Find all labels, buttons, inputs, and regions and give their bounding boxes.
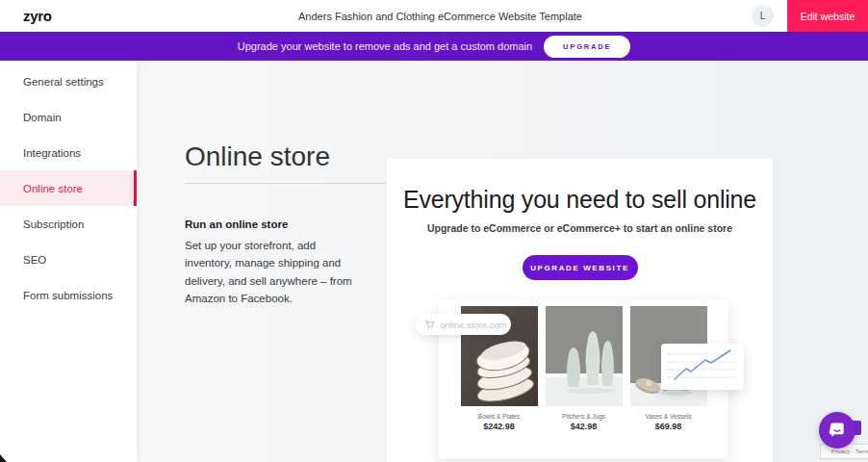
banner-text: Upgrade your website to remove ads and g… bbox=[238, 40, 532, 52]
recaptcha-badge-text: Privacy - Terms bbox=[831, 449, 868, 454]
chat-launcher-button[interactable] bbox=[819, 412, 855, 449]
page-title: Online store bbox=[185, 141, 330, 172]
chat-smile-icon bbox=[828, 421, 847, 440]
pitchers-product-image bbox=[546, 306, 623, 406]
sidebar-item-form-submissions[interactable]: Form submissions bbox=[0, 277, 137, 313]
trend-line-chart-icon bbox=[661, 344, 744, 390]
section-description: Set up your storefront, add inventory, m… bbox=[185, 237, 358, 308]
sidebar-item-general-settings[interactable]: General settings bbox=[0, 64, 137, 99]
product-price: $242.98 bbox=[461, 422, 538, 431]
product-name: Vases & Vessels bbox=[630, 413, 707, 420]
sales-trend-card bbox=[661, 344, 744, 390]
card-subheading: Upgrade to eCommerce or eCommerce+ to st… bbox=[387, 222, 773, 234]
product-card bbox=[546, 306, 623, 406]
app-window: zyro Anders Fashion and Clothing eCommer… bbox=[0, 0, 868, 462]
sidebar-item-online-store[interactable]: Online store bbox=[0, 170, 137, 206]
product-name: Bowls & Plates bbox=[461, 413, 538, 420]
sidebar-item-subscription[interactable]: Subscription bbox=[0, 206, 137, 242]
sidebar-item-seo[interactable]: SEO bbox=[0, 242, 137, 277]
upgrade-website-button[interactable]: UPGRADE WEBSITE bbox=[523, 255, 638, 280]
product-name: Pitchers & Jugs bbox=[546, 413, 623, 420]
section-heading: Run an online store bbox=[185, 218, 288, 230]
cursor-artifact bbox=[0, 454, 7, 462]
product-price: $42.98 bbox=[546, 422, 623, 431]
sidebar-item-domain[interactable]: Domain bbox=[0, 99, 137, 135]
cart-icon bbox=[424, 320, 435, 330]
card-heading: Everything you need to sell online bbox=[387, 186, 773, 214]
user-avatar[interactable]: L bbox=[752, 5, 774, 27]
site-title: Anders Fashion and Clothing eCommerce We… bbox=[129, 11, 752, 22]
upgrade-banner: Upgrade your website to remove ads and g… bbox=[0, 32, 868, 61]
product-price: $69.98 bbox=[630, 422, 707, 431]
store-url-text: online.store.com bbox=[440, 320, 507, 330]
store-url-pill: online.store.com bbox=[415, 314, 511, 335]
product-labels-row: Bowls & Plates $242.98 Pitchers & Jugs $… bbox=[439, 406, 728, 431]
banner-upgrade-button[interactable]: UPGRADE bbox=[544, 36, 630, 58]
main-content: Online store Run an online store Set up … bbox=[137, 61, 868, 462]
ecommerce-upsell-card: Everything you need to sell online Upgra… bbox=[387, 159, 773, 462]
sidebar-item-integrations[interactable]: Integrations bbox=[0, 135, 137, 170]
edit-website-button[interactable]: Edit website bbox=[787, 0, 868, 32]
zyro-logo[interactable]: zyro bbox=[23, 8, 129, 24]
top-header: zyro Anders Fashion and Clothing eCommer… bbox=[0, 0, 868, 32]
settings-sidebar: General settings Domain Integrations Onl… bbox=[0, 61, 137, 462]
